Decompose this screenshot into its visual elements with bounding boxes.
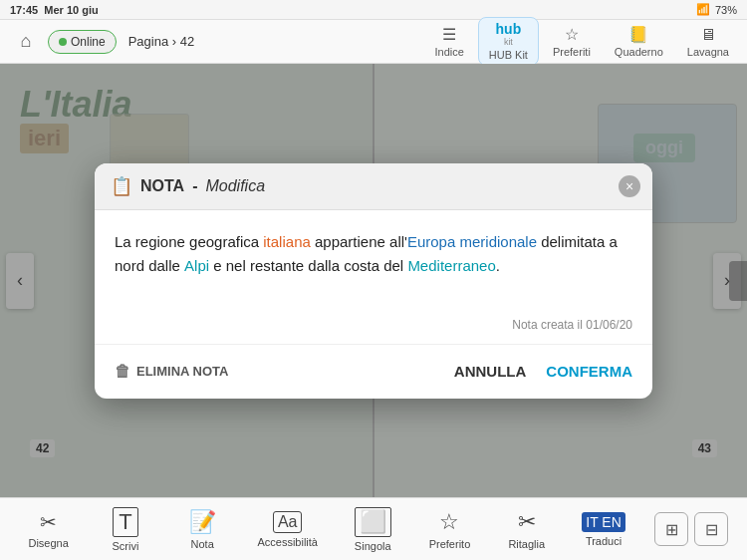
- singola-label: Singola: [355, 540, 391, 552]
- nota-label: Nota: [191, 538, 214, 550]
- preferiti-label: Preferiti: [553, 46, 591, 58]
- preferito-label: Preferito: [429, 538, 471, 550]
- modal-text-1: La regione geografica: [115, 233, 263, 250]
- pagina-indicator[interactable]: Pagina › 42: [121, 30, 203, 53]
- lavagna-icon: 🖥: [700, 26, 716, 44]
- status-right: 📶 73%: [696, 3, 737, 16]
- accessibilita-icon: Aa: [273, 511, 303, 533]
- modal-header: 📋 NOTA - Modifica ×: [95, 163, 652, 210]
- quaderno-button[interactable]: 📒 Quaderno: [605, 21, 673, 62]
- ritaglia-button[interactable]: ✂ Ritaglia: [497, 505, 557, 554]
- modal-title-nota: NOTA: [140, 177, 184, 195]
- disegna-label: Disegna: [28, 537, 68, 549]
- delete-label: ELIMINA NOTA: [136, 364, 228, 379]
- preferiti-button[interactable]: ☆ Preferiti: [543, 21, 601, 62]
- indice-label: Indice: [434, 46, 463, 58]
- modal-text-4: e nel restante dalla costa del: [209, 257, 407, 274]
- modal-overlay: 📋 NOTA - Modifica × La regione geografic…: [0, 64, 747, 497]
- top-nav: ⌂ Online Pagina › 42 ☰ Indice hub kit HU…: [0, 20, 747, 64]
- modal-footer: 🗑 ELIMINA NOTA ANNULLA CONFERMA: [95, 345, 652, 399]
- accessibilita-button[interactable]: Aa Accessibilità: [249, 507, 326, 552]
- confirm-button[interactable]: CONFERMA: [546, 355, 632, 388]
- hub-sub-label: kit: [504, 38, 513, 47]
- traduci-label: Traduci: [586, 535, 622, 547]
- modal-highlight-europa: Europa meridionale: [407, 233, 537, 250]
- modal-body-text: La regione geografica italiana appartien…: [115, 230, 632, 278]
- collapse-button[interactable]: ⊟: [694, 512, 728, 546]
- modal-text-5: .: [496, 257, 500, 274]
- hub-kit-label: HUB Kit: [489, 49, 528, 61]
- indice-button[interactable]: ☰ Indice: [424, 21, 473, 62]
- accessibilita-label: Accessibilità: [257, 536, 318, 548]
- modal-title-modifica: Modifica: [205, 177, 265, 195]
- ritaglia-icon: ✂: [518, 509, 536, 535]
- modal-date: Nota creata il 01/06/20: [95, 310, 652, 345]
- cancel-button[interactable]: ANNULLA: [434, 355, 547, 388]
- modal-highlight-alpi: Alpi: [184, 257, 209, 274]
- hub-top-label: hub: [496, 22, 522, 36]
- ritaglia-label: Ritaglia: [508, 538, 545, 550]
- scrivi-icon: T: [113, 507, 137, 537]
- singola-button[interactable]: ⬜ Singola: [343, 503, 402, 556]
- traduci-icon: IT EN: [582, 512, 625, 532]
- expand-button[interactable]: ⊞: [654, 512, 688, 546]
- nota-modal: 📋 NOTA - Modifica × La regione geografic…: [95, 163, 652, 399]
- lavagna-label: Lavagna: [687, 46, 729, 58]
- nota-header-icon: 📋: [111, 175, 132, 197]
- preferiti-icon: ☆: [565, 25, 579, 44]
- disegna-icon: ✂: [40, 510, 57, 534]
- preferito-icon: ☆: [439, 509, 459, 535]
- traduci-button[interactable]: IT EN Traduci: [574, 508, 633, 551]
- disegna-button[interactable]: ✂ Disegna: [19, 506, 79, 553]
- modal-text-2: appartiene all': [311, 233, 407, 250]
- status-time: 17:45 Mer 10 giu: [10, 4, 99, 16]
- battery-icon: 73%: [715, 4, 737, 16]
- scrivi-label: Scrivi: [112, 540, 138, 552]
- wifi-icon: 📶: [696, 3, 710, 16]
- quaderno-icon: 📒: [628, 25, 648, 44]
- preferito-button[interactable]: ☆ Preferito: [419, 505, 479, 554]
- nota-icon: 📝: [189, 509, 216, 535]
- indice-icon: ☰: [442, 25, 456, 44]
- close-icon: ×: [625, 178, 633, 194]
- status-bar: 17:45 Mer 10 giu 📶 73%: [0, 0, 747, 20]
- nota-button[interactable]: 📝 Nota: [172, 505, 232, 554]
- bottom-toolbar: ✂ Disegna T Scrivi 📝 Nota Aa Accessibili…: [0, 497, 747, 560]
- modal-highlight-italiana: italiana: [263, 233, 311, 250]
- delete-nota-button[interactable]: 🗑 ELIMINA NOTA: [115, 355, 228, 389]
- scrivi-button[interactable]: T Scrivi: [96, 503, 155, 556]
- online-label: Online: [71, 35, 106, 49]
- modal-body: La regione geografica italiana appartien…: [95, 210, 652, 310]
- singola-icon: ⬜: [355, 507, 391, 537]
- modal-title-dash: -: [192, 177, 197, 195]
- hub-kit-button[interactable]: hub kit HUB Kit: [478, 17, 539, 66]
- online-dot: [59, 38, 67, 46]
- expand-icon: ⊞: [665, 520, 678, 539]
- delete-icon: 🗑: [115, 363, 130, 381]
- modal-highlight-mediterraneo: Mediterraneo: [407, 257, 495, 274]
- lavagna-button[interactable]: 🖥 Lavagna: [677, 22, 739, 62]
- collapse-icon: ⊟: [705, 520, 718, 539]
- online-button[interactable]: Online: [48, 30, 117, 54]
- home-icon: ⌂: [21, 31, 32, 52]
- home-button[interactable]: ⌂: [8, 24, 44, 60]
- quaderno-label: Quaderno: [615, 46, 663, 58]
- modal-close-button[interactable]: ×: [619, 175, 640, 197]
- content-area: L'Italia ieri 42 oggi 43 ‹ › 📋 NOTA: [0, 64, 747, 497]
